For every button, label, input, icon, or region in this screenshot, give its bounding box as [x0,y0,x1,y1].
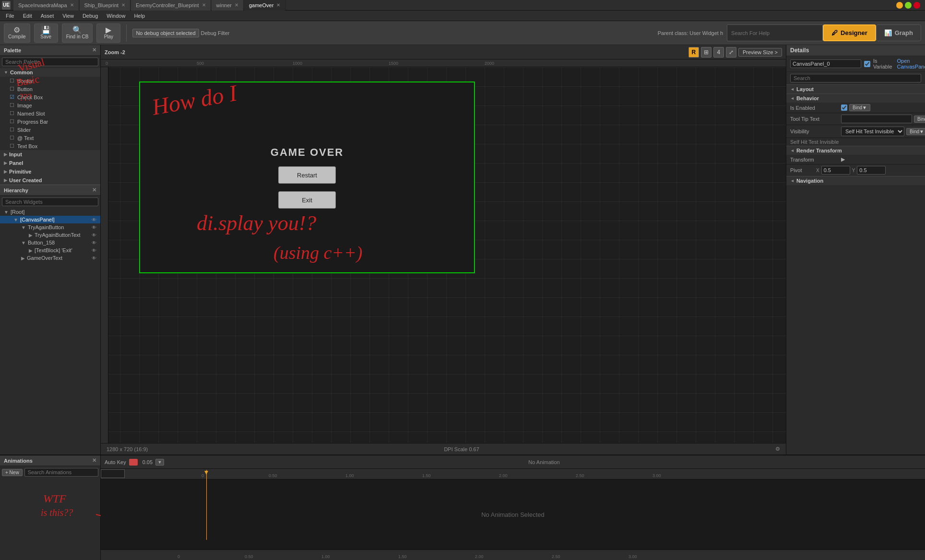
visibility-eye-icon[interactable]: 👁 [92,217,96,222]
palette-item-border[interactable]: Border [0,77,100,85]
tab-spaceinvaedra[interactable]: SpaceInvaedraMapa ✕ [13,0,79,11]
document-tabs: SpaceInvaedraMapa ✕ Ship_Blueprint ✕ Ene… [13,0,893,11]
is-variable-checkbox[interactable] [864,61,870,67]
expand-icon: ▼ [13,217,18,222]
palette-common-header[interactable]: ▼ Common [0,68,100,77]
graph-mode-button[interactable]: 📊 Graph [876,24,921,41]
tree-item-gameover-text[interactable]: ▶ GameOverText 👁 [0,254,100,262]
compile-button[interactable]: ⚙ Compile [4,23,30,43]
visibility-eye-icon[interactable]: 👁 [92,248,96,253]
timeline-time-input[interactable] [101,469,125,478]
palette-search-input[interactable] [2,58,98,66]
close-tab-icon[interactable]: ✕ [276,2,280,8]
visibility-dropdown[interactable]: Self Hit Test Invisible [841,127,904,136]
tree-item-canvas-panel[interactable]: ▼ [CanvasPanel] 👁 [0,216,100,223]
layout-section-header[interactable]: ◄ Layout [786,84,925,93]
canvas-icon-r[interactable]: R [688,47,699,58]
hierarchy-search-input[interactable] [2,198,98,206]
palette-close-icon[interactable]: ✕ [92,47,96,53]
tab-enemy-controller[interactable]: EnemyController_Blueprint ✕ [131,0,211,11]
palette-input-header[interactable]: ▶ Input [0,150,100,159]
palette-item-button[interactable]: Button [0,85,100,93]
close-button[interactable] [913,2,920,9]
find-in-cb-button[interactable]: 🔍 Find in CB [62,23,93,43]
minimize-button[interactable] [896,2,903,9]
tree-item-textblock-exit[interactable]: ▶ [TextBlock] 'Exit' 👁 [0,246,100,254]
visibility-eye-icon[interactable]: 👁 [92,233,96,238]
menu-window[interactable]: Window [103,12,129,20]
time-step-dropdown[interactable]: ▼ [155,459,164,466]
exit-button[interactable]: Exit [278,191,336,209]
palette-primitive-header[interactable]: ▶ Primitive [0,167,100,176]
menu-view[interactable]: View [59,12,78,20]
tree-item-try-again-button[interactable]: ▼ TryAgainButton 👁 [0,223,100,231]
hierarchy-close-icon[interactable]: ✕ [92,187,96,193]
visibility-eye-icon[interactable]: 👁 [92,240,96,245]
palette-panel-header[interactable]: ▶ Panel [0,159,100,167]
is-enabled-checkbox[interactable] [841,105,847,111]
transform-expand-icon[interactable]: ▶ [841,156,845,163]
canvas-icon-grid[interactable]: ⊞ [701,47,712,58]
timeline-playhead [206,470,207,540]
close-tab-icon[interactable]: ✕ [121,2,125,8]
restart-button[interactable]: Restart [278,166,336,184]
palette-item-progress-bar[interactable]: Progress Bar [0,117,100,126]
close-tab-icon[interactable]: ✕ [202,2,206,8]
preview-size-button[interactable]: Preview Size > [738,48,782,57]
details-search-input[interactable] [790,74,921,82]
render-transform-section-header[interactable]: ◄ Render Transform [786,146,925,155]
canvas-toolbar: Zoom -2 R ⊞ 4 ⤢ Preview Size > [101,45,786,59]
close-tab-icon[interactable]: ✕ [235,2,238,8]
designer-mode-button[interactable]: 🖊 Designer [823,24,876,41]
animation-timeline-body[interactable]: No Animation Selected [101,479,925,549]
animation-search-input[interactable] [24,468,98,477]
is-enabled-label: Is Enabled [790,105,838,111]
visibility-eye-icon[interactable]: 👁 [92,256,96,261]
tab-game-over[interactable]: gameOver ✕ [244,0,285,11]
tooltip-bind-button[interactable]: Bind▼ [914,116,925,123]
palette-item-image[interactable]: Image [0,101,100,109]
animations-close-icon[interactable]: ✕ [92,457,96,464]
settings-icon[interactable]: ⚙ [775,446,780,452]
canvas-icon-expand[interactable]: ⤢ [726,47,736,58]
tab-winner[interactable]: winner ✕ [212,0,244,11]
palette-user-created-header[interactable]: ▶ User Created [0,176,100,185]
tick-bottom-0-50: 0.50 [245,554,253,559]
is-enabled-bind-button[interactable]: Bind▼ [849,104,870,111]
pivot-x-input[interactable] [821,166,850,175]
menu-debug[interactable]: Debug [79,12,102,20]
menu-edit[interactable]: Edit [19,12,36,20]
tree-item-button-158[interactable]: ▼ Button_158 👁 [0,239,100,246]
navigation-section-header[interactable]: ◄ Navigation [786,176,925,185]
menu-help[interactable]: Help [130,12,149,20]
pivot-y-input[interactable] [857,166,886,175]
tree-item-root[interactable]: ▼ [Root] [0,208,100,216]
tab-ship-blueprint[interactable]: Ship_Blueprint ✕ [80,0,131,11]
menu-asset[interactable]: Asset [37,12,58,20]
palette-item-checkbox[interactable]: Check Box [0,93,100,101]
search-help-input[interactable] [727,24,823,41]
canvas-icon-4[interactable]: 4 [713,47,724,58]
new-animation-button[interactable]: + New [2,469,23,476]
play-button[interactable]: ▶ Play [96,23,120,43]
maximize-button[interactable] [905,2,912,9]
auto-key-button[interactable] [129,459,138,466]
close-tab-icon[interactable]: ✕ [70,2,74,8]
tooltip-text-input[interactable] [841,115,912,123]
palette-item-slider[interactable]: Slider [0,126,100,134]
open-canvas-panel-link[interactable]: Open CanvasPanel [897,58,925,70]
menu-file[interactable]: File [2,12,18,20]
palette-item-textbox[interactable]: Text Box [0,142,100,150]
canvas-area[interactable]: GAME OVER Restart Exit How do I di.splay… [101,67,786,443]
tree-item-try-again-text[interactable]: ▶ TryAgainButtonText 👁 [0,231,100,239]
behavior-section-header[interactable]: ◄ Behavior [786,93,925,103]
time-step-label: 0.05 [142,459,153,465]
canvas-panel-name-input[interactable] [790,59,861,68]
debug-object-dropdown[interactable]: No debug object selected [132,29,199,37]
animations-title: Animations [4,458,33,464]
visibility-eye-icon[interactable]: 👁 [92,225,96,230]
save-button[interactable]: 💾 Save [34,23,58,43]
palette-item-text[interactable]: @ Text [0,134,100,142]
visibility-bind-button[interactable]: Bind▼ [906,128,925,135]
palette-item-named-slot[interactable]: Named Slot [0,109,100,117]
